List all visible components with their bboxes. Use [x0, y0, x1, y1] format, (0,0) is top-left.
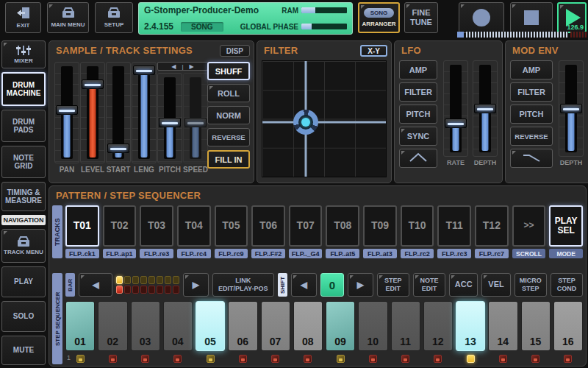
step-button-03[interactable]: 03 [131, 301, 160, 351]
note-edit-button[interactable]: NOTEEDIT [413, 273, 445, 297]
xy-puck[interactable] [293, 110, 318, 135]
fine-tune-button[interactable]: FINE TUNE [404, 2, 438, 33]
pan-slider[interactable] [54, 62, 79, 163]
track-button-t01[interactable]: T01 [65, 205, 99, 247]
step-button-14[interactable]: 14 [488, 301, 517, 351]
fill-in-button[interactable]: FILL IN [207, 150, 250, 169]
track-button-t05[interactable]: T05 [215, 205, 248, 247]
lfo-rate-slider[interactable] [443, 60, 468, 157]
level-slider[interactable] [80, 62, 105, 163]
shift-right-button[interactable]: ▶ [348, 273, 373, 297]
length-slider[interactable] [132, 62, 157, 163]
filter-xy-pad[interactable] [262, 60, 387, 177]
lfo-filter-button[interactable]: FILTER [399, 82, 437, 102]
step-button-12[interactable]: 12 [423, 301, 453, 351]
lfo-pitch-button[interactable]: PITCH [399, 105, 437, 124]
lfo-amp-button[interactable]: AMP [399, 60, 437, 79]
song-arranger-button[interactable]: SONG ARRANGER [358, 2, 400, 33]
pitch-slider[interactable] [157, 73, 182, 163]
bar-next-button[interactable]: ▶ [183, 273, 209, 297]
shuffle-button[interactable]: SHUFF [207, 62, 250, 80]
step-button-07[interactable]: 07 [261, 301, 290, 351]
mod-env-depth-slider[interactable] [559, 60, 584, 157]
sidebar-item-play[interactable]: PLAY [1, 266, 46, 297]
track-sample-label[interactable]: FLP..rc7 [475, 249, 509, 258]
main-menu-button[interactable]: MAIN MENU [47, 2, 89, 33]
track-button-t04[interactable]: T04 [177, 205, 211, 247]
track-sample-label[interactable]: FLP..rc2 [401, 249, 434, 258]
disp-button[interactable]: DISP [220, 45, 250, 57]
track-sample-label[interactable]: FLP.._G4 [289, 249, 323, 258]
bar-led-grid[interactable] [116, 273, 179, 297]
mod-env-pitch-button[interactable]: PITCH [510, 105, 553, 124]
reverse-button[interactable]: REVERSE [207, 128, 250, 146]
mod-env-reverse-button[interactable]: REVERSE [510, 127, 553, 146]
normalize-button[interactable]: NORM [207, 106, 250, 124]
step-button-04[interactable]: 04 [163, 301, 193, 351]
track-sample-label[interactable]: FLP..at5 [326, 249, 359, 258]
step-button-10[interactable]: 10 [358, 301, 387, 351]
track-sample-label[interactable]: FLP..at3 [363, 249, 397, 258]
sidebar-item-drum-pads[interactable]: DRUM PADS [1, 110, 46, 142]
track-button-t10[interactable]: T10 [401, 205, 434, 247]
play-button[interactable]: 126.9 [557, 2, 587, 33]
track-button-t02[interactable]: T02 [103, 205, 137, 247]
lfo-sync-button[interactable]: SYNC [399, 127, 437, 146]
sidebar-item-note-grid[interactable]: NOTE GRID [1, 146, 46, 178]
track-button-t06[interactable]: T06 [251, 205, 285, 247]
step-button-05[interactable]: 05 [196, 301, 225, 351]
speed-slider[interactable] [183, 73, 208, 163]
sidebar-item-solo[interactable]: SOLO [1, 301, 46, 332]
velocity-button[interactable]: VEL [481, 273, 510, 297]
record-button[interactable] [459, 2, 504, 33]
step-condition-button[interactable]: STEPCOND [551, 273, 583, 297]
mod-env-amp-button[interactable]: AMP [510, 60, 553, 79]
track-sample-label[interactable]: FLP..rc3 [437, 249, 471, 258]
step-edit-button[interactable]: STEPEDIT [377, 273, 409, 297]
track-button-t08[interactable]: T08 [326, 205, 359, 247]
step-button-16[interactable]: 16 [553, 301, 583, 351]
mode-badge[interactable]: SONG [181, 22, 223, 32]
step-button-06[interactable]: 06 [228, 301, 257, 351]
sidebar-item-mute[interactable]: MUTE [1, 336, 46, 365]
link-edit-play-pos-button[interactable]: LINK EDIT/PLAY-POS [212, 273, 274, 297]
track-button-t03[interactable]: T03 [140, 205, 173, 247]
exit-button[interactable]: EXIT [5, 2, 41, 33]
step-button-08[interactable]: 08 [293, 301, 323, 351]
track-button-t11[interactable]: T11 [437, 205, 471, 247]
sidebar-item-track-menu[interactable]: TRACK MENU [1, 229, 46, 263]
track-button-t12[interactable]: T12 [475, 205, 509, 247]
mod-env-filter-button[interactable]: FILTER [510, 82, 553, 102]
track-button-t07[interactable]: T07 [289, 205, 323, 247]
play-sel-mode-button[interactable]: PLAY SEL [549, 205, 583, 247]
accent-button[interactable]: ACC [449, 273, 478, 297]
step-button-01[interactable]: 01 [65, 301, 95, 351]
track-sample-label[interactable]: FLP..rc9 [215, 249, 248, 258]
shift-left-button[interactable]: ◀ [291, 273, 317, 297]
lfo-depth-slider[interactable] [473, 60, 498, 157]
sidebar-item-mixer[interactable]: MIXER [1, 40, 46, 68]
step-button-15[interactable]: 15 [521, 301, 551, 351]
sidebar-item-drum-machine[interactable]: DRUM MACHINE [1, 72, 46, 106]
track-sample-label[interactable]: FLP..ck1 [65, 249, 99, 258]
tracks-scroll-button[interactable]: >> [512, 205, 546, 247]
roll-button[interactable]: ROLL [207, 84, 250, 102]
sidebar-item-timing-measure[interactable]: TIMING & MEASURE [1, 182, 46, 211]
step-button-09[interactable]: 09 [326, 301, 355, 351]
stop-button[interactable] [510, 2, 553, 33]
track-sample-label[interactable]: FLP..F#2 [251, 249, 285, 258]
micro-step-button[interactable]: MICROSTEP [514, 273, 547, 297]
track-sample-label[interactable]: FLP..re3 [140, 249, 173, 258]
song-position-strip[interactable] [457, 32, 587, 38]
mod-env-shape-button[interactable] [510, 149, 553, 168]
xy-mode-button[interactable]: X-Y [360, 45, 387, 57]
lfo-waveform-button[interactable] [399, 149, 437, 168]
track-sample-label[interactable]: FLP..rc4 [177, 249, 211, 258]
setup-button[interactable]: SETUP [95, 2, 133, 33]
track-button-t09[interactable]: T09 [363, 205, 397, 247]
start-slider[interactable] [106, 62, 131, 163]
bar-prev-button[interactable]: ◀ [79, 273, 112, 297]
track-sample-label[interactable]: FLP..ap1 [103, 249, 137, 258]
step-button-11[interactable]: 11 [391, 301, 420, 351]
step-button-13[interactable]: 13 [456, 301, 485, 351]
